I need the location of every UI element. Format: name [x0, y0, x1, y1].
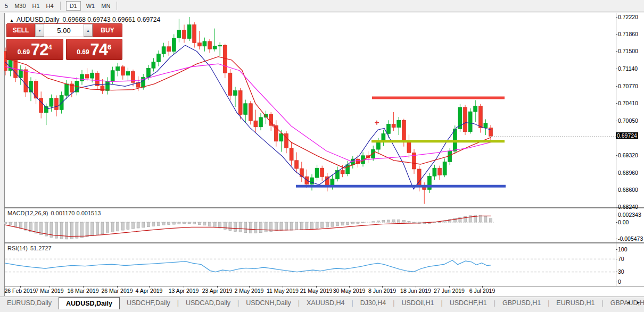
timeframe-w1[interactable]: W1: [86, 3, 95, 9]
rsi-tick-label: 70: [618, 256, 624, 262]
date-label: 30 May 2019: [333, 288, 366, 294]
date-axis[interactable]: 26 Feb 20197 Mar 201916 Mar 201926 Mar 2…: [4, 288, 616, 296]
tab-eurusd-daily[interactable]: EURUSD,Daily: [0, 297, 59, 309]
sell-button[interactable]: SELL: [6, 23, 35, 37]
date-label: 11 May 2019: [267, 288, 299, 294]
tab-usdoil-h1[interactable]: USDOil,H1: [394, 297, 441, 309]
price-tick-label: 0.71140: [618, 65, 638, 72]
timeframe-m30[interactable]: M30: [14, 3, 26, 9]
date-label: 2 May 2019: [235, 288, 264, 294]
timeframe-toolbar: 5M30H1H4D1W1MN: [0, 0, 644, 12]
price-tick-label: 0.72220: [618, 14, 638, 20]
date-label: 4 Apr 2019: [136, 288, 163, 294]
ma-mid-red: [5, 57, 491, 168]
date-label: 26 Feb 2019: [5, 288, 36, 294]
ma-slow-magenta: [5, 64, 491, 162]
chart-symbol-label: AUDUSD,Daily: [16, 16, 60, 23]
ma-fast-blue: [5, 45, 491, 189]
date-label: 23 Apr 2019: [202, 288, 233, 294]
chart-ohlc-values: 0.69668 0.69743 0.69661 0.69724: [63, 16, 161, 23]
macd-axis[interactable]: 0.0023430.00-0.005473: [618, 208, 644, 242]
timeframe-5[interactable]: 5: [5, 3, 8, 9]
date-label: 16 Mar 2019: [68, 288, 99, 294]
date-tick: [283, 286, 283, 288]
rsi-axis[interactable]: 10070300: [618, 243, 644, 286]
date-label: 8 Jun 2019: [368, 288, 396, 294]
date-tick: [20, 286, 21, 288]
collapse-triangle-icon[interactable]: ▲: [10, 18, 14, 23]
date-label: 21 May 2019: [300, 288, 333, 294]
buy-price-sup: 6: [108, 43, 111, 51]
timeframe-mn[interactable]: MN: [101, 3, 110, 9]
symbol-tabbar: EURUSD,DailyAUDUSD,DailyUSDCHF,Daily|USD…: [0, 297, 644, 312]
macd-tick-label: 0.002343: [618, 212, 641, 218]
rsi-line: [5, 260, 491, 272]
rsi-tick-label: 100: [618, 246, 628, 252]
date-tick: [149, 286, 150, 288]
tab-dj30-h4[interactable]: DJ30,H4: [353, 297, 393, 309]
rsi-canvas[interactable]: [4, 243, 616, 286]
date-label: 6 Jul 2019: [469, 288, 495, 294]
tab-scroll-left-icon[interactable]: ◄: [626, 300, 631, 305]
volume-spinner: ▼ ▲: [35, 23, 93, 37]
sell-price-tile[interactable]: 0.69 72 4: [6, 39, 63, 60]
tab-usdchf-h1[interactable]: USDCHF,H1: [443, 297, 494, 309]
volume-increase-button[interactable]: ▲: [84, 24, 93, 37]
date-tick: [382, 286, 383, 288]
buy-price-prefix: 0.69: [77, 48, 89, 56]
tab-eurusd-h1[interactable]: EURUSD,H1: [549, 297, 601, 309]
buy-price-tile[interactable]: 0.69 74 6: [66, 39, 123, 60]
timeframe-d1[interactable]: D1: [66, 1, 81, 11]
macd-label: MACD(12,26,9)0.001170 0.001513: [7, 210, 101, 216]
date-tick: [349, 286, 350, 288]
tab-scroll-right-icon[interactable]: ►: [636, 300, 641, 305]
tab-scroll-controls: ◄ ►: [626, 300, 641, 305]
price-tick-label: 0.70410: [618, 100, 638, 106]
buy-button[interactable]: BUY: [93, 23, 122, 37]
sell-price-prefix: 0.69: [18, 48, 30, 56]
volume-decrease-button[interactable]: ▼: [35, 24, 44, 37]
date-tick: [184, 286, 184, 288]
date-tick: [316, 286, 317, 288]
volume-input[interactable]: [44, 24, 84, 37]
price-tick-label: 0.68960: [618, 170, 638, 176]
tab-usdchf-daily[interactable]: USDCHF,Daily: [120, 297, 177, 309]
plus-marker: [375, 121, 379, 125]
tab-usdcnh-daily[interactable]: USDCNH,Daily: [239, 297, 298, 309]
trading-platform-window: 5M30H1H4D1W1MN ▲AUDUSD,Daily0.69668 0.69…: [0, 0, 644, 312]
date-label: 13 Apr 2019: [169, 288, 199, 294]
macd-histogram-layer: [4, 215, 492, 239]
toolbar-separator: [117, 2, 117, 10]
rsi-tick-label: 0: [618, 279, 621, 285]
timeframe-h4[interactable]: H4: [46, 3, 54, 9]
chart-title: ▲AUDUSD,Daily0.69668 0.69743 0.69661 0.6…: [10, 16, 160, 23]
price-axis[interactable]: 0.722200.718600.715000.711400.707700.704…: [618, 13, 644, 207]
tab-xauusd-h4[interactable]: XAUUSD,H4: [300, 297, 352, 309]
one-click-trade-widget: SELL ▼ ▲ BUY 0.69 72 4 0.69 74 6: [6, 23, 122, 60]
markers-layer: [272, 121, 379, 128]
macd-tick-label: -0.005473: [618, 235, 643, 242]
panel-separator-2[interactable]: [4, 242, 644, 243]
price-tick-label: 0.70770: [618, 83, 638, 89]
date-label: 26 Mar 2019: [102, 288, 133, 294]
price-tick-label: 0.71500: [618, 48, 638, 54]
tab-gbpusd-h1[interactable]: GBPUSD,H1: [496, 297, 548, 309]
toolbar-separator: [60, 2, 61, 10]
date-tick: [83, 286, 84, 288]
price-tick-label: 0.70050: [618, 117, 638, 124]
axis-separator: [616, 13, 616, 286]
moving-averages-layer: [5, 45, 491, 189]
rsi-tick-label: 30: [618, 268, 624, 275]
date-tick: [249, 286, 250, 288]
date-label: 18 Jun 2019: [400, 288, 431, 294]
panel-separator-3: [4, 286, 644, 286]
date-tick: [117, 286, 118, 288]
date-tick: [49, 286, 50, 288]
panel-separator-1[interactable]: [4, 207, 644, 208]
buy-price-big: 74: [90, 43, 108, 57]
tab-usdcad-daily[interactable]: USDCAD,Daily: [179, 297, 237, 309]
price-tick-label: 0.71860: [618, 31, 638, 37]
date-tick: [217, 286, 218, 288]
tab-audusd-daily[interactable]: AUDUSD,Daily: [59, 297, 120, 309]
timeframe-h1[interactable]: H1: [32, 3, 40, 9]
